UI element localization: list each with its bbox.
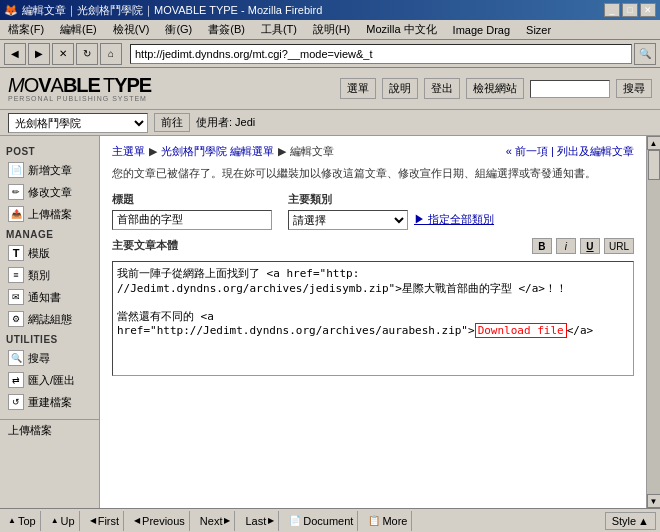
editor-toolbar: B i U URL	[532, 238, 634, 254]
menu-mozilla-zh[interactable]: Mozilla 中文化	[362, 20, 440, 39]
sidebar-section-post: POST	[0, 142, 99, 159]
breadcrumb-right: « 前一項 | 列出及編輯文章	[506, 144, 634, 159]
status-first[interactable]: ◀ First	[86, 511, 124, 531]
content-area: 主選單 ▶ 光劍格鬥學院 編輯選單 ▶ 編輯文章 « 前一項 | 列出及編輯文章…	[100, 136, 646, 508]
bold-button[interactable]: B	[532, 238, 552, 254]
category-group: 主要類別 請選擇 ▶ 指定全部類別	[288, 192, 494, 230]
status-more-label: More	[382, 515, 407, 527]
blog-go-button[interactable]: 前往	[154, 113, 190, 132]
mt-nav-help[interactable]: 說明	[382, 78, 418, 99]
toolbar: ◀ ▶ ✕ ↻ ⌂ 🔍	[0, 40, 660, 68]
rebuild-icon: ↺	[8, 394, 24, 410]
status-top[interactable]: ▲ Top	[4, 511, 41, 531]
menu-sizer[interactable]: Sizer	[522, 22, 555, 38]
mt-nav-menu[interactable]: 選單	[340, 78, 376, 99]
sidebar: POST 📄 新增文章 ✏ 修改文章 📤 上傳檔案 MANAGE T 模版 ≡ …	[0, 136, 100, 508]
forward-button[interactable]: ▶	[28, 43, 50, 65]
mt-header: MOVABLETYPE PERSONAL PUBLISHING SYSTEM 選…	[0, 68, 660, 110]
search-button[interactable]: 🔍	[634, 43, 656, 65]
mt-search-button[interactable]: 搜尋	[616, 79, 652, 98]
main-with-scroll: 主選單 ▶ 光劍格鬥學院 編輯選單 ▶ 編輯文章 « 前一項 | 列出及編輯文章…	[100, 136, 660, 508]
mt-nav: 選單 說明 登出 檢視網站 搜尋	[340, 78, 652, 99]
close-button[interactable]: ✕	[640, 3, 656, 17]
editor-content[interactable]: 我前一陣子從網路上面找到了 <a href="http://Jedimt.dyn…	[112, 261, 634, 376]
status-previous-label: Previous	[142, 515, 185, 527]
status-document[interactable]: 📄 Document	[285, 511, 358, 531]
status-next[interactable]: Next ▶	[196, 511, 236, 531]
editor-text-3: </a>	[567, 324, 594, 337]
menu-view[interactable]: 檢視(V)	[109, 20, 154, 39]
underline-button[interactable]: U	[580, 238, 600, 254]
category-select[interactable]: 請選擇	[288, 210, 408, 230]
sidebar-item-import-export[interactable]: ⇄ 匯入/匯出	[0, 369, 99, 391]
status-top-label: Top	[18, 515, 36, 527]
title-input[interactable]	[112, 210, 272, 230]
breadcrumb-sep-2: ▶	[278, 145, 286, 158]
url-button[interactable]: URL	[604, 238, 634, 254]
editor-section: 主要文章本體 B i U URL 我前一陣子從網路上面找到了 <a href="…	[112, 238, 634, 376]
breadcrumb-sep-1: ▶	[149, 145, 157, 158]
home-button[interactable]: ⌂	[100, 43, 122, 65]
menu-go[interactable]: 衝(G)	[161, 20, 196, 39]
sidebar-item-templates[interactable]: T 模版	[0, 242, 99, 264]
first-arrow-icon: ◀	[90, 516, 96, 525]
sidebar-item-new-post[interactable]: 📄 新增文章	[0, 159, 99, 181]
breadcrumb-blog-menu[interactable]: 光劍格鬥學院 編輯選單	[161, 144, 274, 159]
sidebar-item-upload[interactable]: 📤 上傳檔案	[0, 203, 99, 225]
category-label: 主要類別	[288, 192, 494, 207]
prev-item-link[interactable]: « 前一項	[506, 145, 548, 157]
status-previous[interactable]: ◀ Previous	[130, 511, 190, 531]
top-arrow-icon: ▲	[8, 516, 16, 525]
back-button[interactable]: ◀	[4, 43, 26, 65]
sidebar-item-edit-post[interactable]: ✏ 修改文章	[0, 181, 99, 203]
sidebar-item-categories[interactable]: ≡ 類別	[0, 264, 99, 286]
mt-nav-view-blog[interactable]: 檢視網站	[466, 78, 524, 99]
scroll-thumb[interactable]	[648, 150, 660, 180]
menu-image-drag[interactable]: Image Drag	[449, 22, 514, 38]
sidebar-item-rebuild[interactable]: ↺ 重建檔案	[0, 391, 99, 413]
menu-help[interactable]: 說明(H)	[309, 20, 354, 39]
editor-text-1: 我前一陣子從網路上面找到了 <a href="http://Jedimt.dyn…	[117, 267, 567, 295]
download-file-link[interactable]: Download file	[475, 323, 567, 338]
mt-logo: MOVABLETYPE PERSONAL PUBLISHING SYSTEM	[8, 75, 151, 102]
status-last[interactable]: Last ▶	[241, 511, 279, 531]
status-more[interactable]: 📋 More	[364, 511, 412, 531]
style-button[interactable]: Style ▲	[605, 512, 656, 530]
blog-selector[interactable]: 光劍格鬥學院	[8, 113, 148, 133]
breadcrumb-main-menu[interactable]: 主選單	[112, 144, 145, 159]
menu-edit[interactable]: 編輯(E)	[56, 20, 101, 39]
status-right: Style ▲	[605, 512, 656, 530]
address-input[interactable]	[135, 48, 627, 60]
mt-nav-logout[interactable]: 登出	[424, 78, 460, 99]
sidebar-item-config[interactable]: ⚙ 網誌組態	[0, 308, 99, 330]
menu-bookmarks[interactable]: 書簽(B)	[204, 20, 249, 39]
import-export-icon: ⇄	[8, 372, 24, 388]
refresh-button[interactable]: ↻	[76, 43, 98, 65]
more-icon: 📋	[368, 515, 380, 526]
style-arrow-icon: ▲	[638, 515, 649, 527]
up-arrow-icon: ▲	[51, 516, 59, 525]
stop-button[interactable]: ✕	[52, 43, 74, 65]
list-posts-link[interactable]: | 列出及編輯文章	[551, 145, 634, 157]
sidebar-section-manage: MANAGE	[0, 225, 99, 242]
scroll-up-button[interactable]: ▲	[647, 136, 661, 150]
sidebar-item-search[interactable]: 🔍 搜尋	[0, 347, 99, 369]
menu-tools[interactable]: 工具(T)	[257, 20, 301, 39]
all-categories-link[interactable]: ▶ 指定全部類別	[414, 212, 494, 227]
sidebar-item-notifications[interactable]: ✉ 通知書	[0, 286, 99, 308]
main-layout: POST 📄 新增文章 ✏ 修改文章 📤 上傳檔案 MANAGE T 模版 ≡ …	[0, 136, 660, 508]
status-next-label: Next	[200, 515, 223, 527]
editor-section-label: 主要文章本體	[112, 238, 178, 253]
title-label: 標題	[112, 192, 272, 207]
mt-search-input[interactable]	[530, 80, 610, 98]
minimize-button[interactable]: _	[604, 3, 620, 17]
sidebar-import-export-label: 匯入/匯出	[28, 373, 75, 388]
title-bar: 🦊 編輯文章｜光劍格鬥學院｜MOVABLE TYPE - Mozilla Fir…	[0, 0, 660, 20]
status-up-label: Up	[61, 515, 75, 527]
italic-button[interactable]: i	[556, 238, 576, 254]
status-left: ▲ Top ▲ Up ◀ First ◀ Previous Next ▶ Las…	[4, 511, 412, 531]
maximize-button[interactable]: □	[622, 3, 638, 17]
status-up[interactable]: ▲ Up	[47, 511, 80, 531]
scroll-down-button[interactable]: ▼	[647, 494, 661, 508]
menu-file[interactable]: 檔案(F)	[4, 20, 48, 39]
